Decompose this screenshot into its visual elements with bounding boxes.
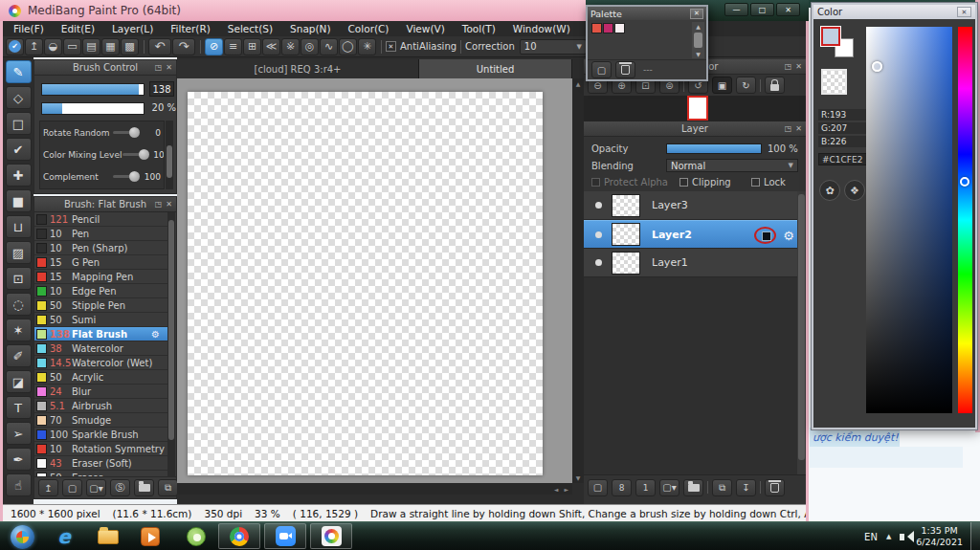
bucket-tool[interactable]: ⊔ [6,215,32,238]
layer-color-mode-icon[interactable] [763,232,770,240]
taskbar-clock[interactable]: 1:35 PM 6/24/2021 [916,525,963,548]
brush-list-item[interactable]: 70 Smudge ⚙ [34,413,169,428]
menu-view[interactable]: View(V) [397,23,453,34]
snap-grid-icon[interactable]: ⊞ [243,38,261,55]
menu-snap[interactable]: Snap(N) [281,23,339,34]
palette-wheel-icon[interactable]: ✿ [819,180,840,201]
palette-color-swatch[interactable] [603,23,613,33]
brush-list-item[interactable]: 43 Eraser (Soft) ⚙ [34,456,169,471]
hand-tool[interactable]: ☝ [6,473,32,496]
add-palette-color-icon[interactable]: ▢ [591,61,612,78]
redo-icon[interactable]: ↷ [172,38,195,55]
close-icon[interactable]: ✕ [166,63,172,72]
brush-list-item[interactable]: 100 Sparkle Brush ⚙ [34,428,169,442]
scroll-down-icon[interactable]: ▼ [696,51,701,57]
duplicate-layer-icon[interactable]: ⧉ [712,479,732,496]
brush-tool[interactable]: ✎ [6,60,32,83]
menu-color[interactable]: Color(C) [340,23,398,34]
volume-icon[interactable] [900,534,904,540]
canvas[interactable] [188,92,543,475]
brush-list-item[interactable]: 10 Edge Pen ⚙ [34,284,169,298]
document-icon[interactable]: ▤ [82,38,100,55]
layer-opacity-slider[interactable] [666,143,762,154]
close-button[interactable]: ✕ [776,3,800,16]
add-layer-menu-icon[interactable]: ▢▾ [659,479,679,496]
separator[interactable] [707,481,708,494]
snap-cross-icon[interactable]: ※ [281,38,300,55]
close-button[interactable]: ✕ [690,9,703,19]
brush-list-item[interactable]: 14.5 Watercolor (Wet) ⚙ [34,356,169,370]
brush-list-item[interactable]: 15 Mapping Pen ⚙ [34,270,169,284]
gradient-tool[interactable]: ▨ [6,241,32,264]
scrollbar-thumb[interactable] [694,33,702,48]
duplicate-brush-icon[interactable]: ⧉ [158,479,178,496]
dot-pen-tool[interactable]: ✔ [6,138,32,161]
foreground-color-swatch[interactable] [821,27,840,46]
magic-wand-tool[interactable]: ✶ [6,319,32,341]
move-tool[interactable]: ✚ [6,164,32,187]
snap-ellipse-icon[interactable]: ◯ [339,38,357,55]
lock-checkbox[interactable]: Lock [751,177,786,187]
canvas-horizontal-scrollbar[interactable]: ◄ ► [177,483,572,495]
brush-list-scrollbar[interactable] [167,212,175,478]
slider-knob-icon[interactable] [129,171,140,182]
brush-list-item[interactable]: 5.1 Airbrush ⚙ [34,399,169,413]
popout-icon[interactable]: ◳ [155,200,163,209]
hue-bar[interactable] [958,27,972,413]
close-icon[interactable]: ✕ [166,200,172,209]
close-button[interactable]: ✕ [957,7,971,17]
brush-list-item[interactable]: 10 Rotation Symmetry Pe ⚙ [34,442,169,456]
menu-layer[interactable]: Layer(L) [103,23,162,34]
select-pen-tool[interactable]: ✐ [6,344,32,367]
lock-view-icon[interactable] [765,77,785,94]
layer-row[interactable]: Layer1 ⚙ [584,249,797,277]
script-brush-icon[interactable]: Ⓢ [110,479,130,496]
merge-layer-icon[interactable]: ↧ [736,479,756,496]
eraser-tool[interactable]: ◇ [6,86,32,109]
snap-curve-icon[interactable]: ∿ [320,38,338,55]
layer-list-scrollbar[interactable] [797,191,806,474]
menu-file[interactable]: File(F) [5,23,53,34]
lasso-tool[interactable]: ◌ [6,293,32,316]
brush-control-scrollbar[interactable] [166,121,173,189]
brush-list-item[interactable]: 15 G Pen ⚙ [34,255,169,270]
maximize-button[interactable]: □ [750,3,774,16]
document-tab[interactable]: Untitled [419,59,572,78]
delete-palette-color-icon[interactable] [615,61,635,78]
add-layer-icon[interactable]: ▢ [588,479,608,496]
antialiasing-checkbox[interactable]: ✕ [386,41,396,52]
canvas-vertical-scrollbar[interactable]: ▲ ▼ [572,78,584,483]
menu-tool[interactable]: Tool(T) [454,23,504,34]
document-tab[interactable]: [cloud] REQ 3:r4+ [177,59,419,78]
brush-list-item[interactable]: 50 Stipple Pen ⚙ [34,298,169,313]
panel-layout-icon[interactable]: ▦ [101,38,120,55]
taskbar-zoom[interactable] [264,523,306,549]
add-1bit-layer-icon[interactable]: 1 [635,479,656,496]
correction-dropdown[interactable]: 10 ▼ [520,39,587,55]
menu-edit[interactable]: Edit(E) [53,23,103,34]
rotate-reset-icon[interactable]: ↻ [736,77,756,94]
brush-settings-gear-icon[interactable]: ⚙ [151,329,160,340]
scroll-left-icon[interactable]: ◄ [554,486,559,493]
layer-visibility-icon[interactable] [595,202,602,209]
palette-titlebar[interactable]: Palette ✕ [588,7,706,20]
figure-tool[interactable]: □ [6,112,32,135]
start-button[interactable] [6,523,38,550]
menu-filter[interactable]: Filter(R) [162,23,219,34]
brush-list-item[interactable]: 24 Blur ⚙ [34,385,169,399]
delete-layer-icon[interactable] [765,479,785,496]
protect-alpha-checkbox[interactable]: Protect Alpha [591,177,679,187]
show-desktop-button[interactable] [970,522,980,550]
add-8bit-layer-icon[interactable]: 8 [612,479,632,496]
close-icon[interactable]: ✕ [795,62,802,71]
tray-expand-icon[interactable]: ▲ [886,533,891,540]
palette-color-swatch[interactable] [591,23,602,33]
parameter-slider[interactable] [113,131,138,134]
add-brush-icon[interactable]: ▢ [62,479,82,496]
transparent-color-swatch[interactable] [821,69,847,95]
menu-window[interactable]: Window(W) [504,23,579,34]
scroll-up-icon[interactable]: ▲ [696,23,701,30]
scroll-down-icon[interactable]: ▼ [576,474,581,481]
layer-settings-gear-icon[interactable]: ⚙ [783,229,794,243]
palette-color-swatch[interactable] [614,23,625,33]
